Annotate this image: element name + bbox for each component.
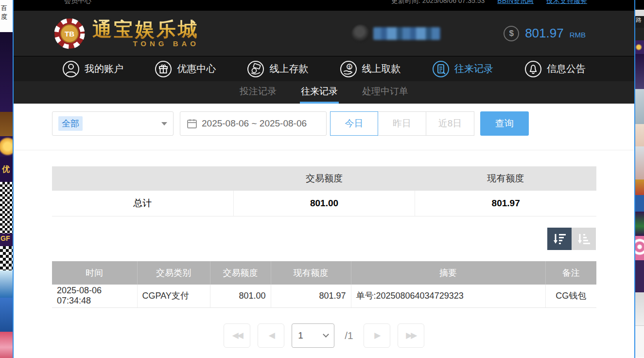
- cell-time: 2025-08-06 07:34:48: [52, 285, 137, 307]
- today-button[interactable]: 今日: [330, 111, 378, 136]
- background-character-graphic: [0, 298, 13, 332]
- member-center-window: 会员中心 更新时间: 2025/08/06 07:35:53 BBIN资讯网 技…: [13, 0, 635, 358]
- page-select-value: 1: [298, 330, 303, 341]
- cell-transaction-type: CGPAY支付: [137, 285, 210, 307]
- summary-table: 交易额度 现有额度 总计 801.00 801.97: [52, 166, 596, 216]
- header-transaction-type: 交易类别: [137, 261, 210, 285]
- records-header-row: 时间 交易类别 交易额度 现有额度 摘要 备注: [52, 261, 596, 285]
- sort-descending-button[interactable]: [547, 228, 572, 250]
- screen: 百度 优 GF 路 会员中心: [0, 0, 644, 358]
- chevron-down-icon: [323, 331, 329, 338]
- nav-label: 我的账户: [85, 62, 123, 75]
- sub-tabs: 投注记录 往来记录 处理中订单: [14, 81, 634, 104]
- lollipop-graphic: [635, 236, 644, 260]
- main-nav: 我的账户 优惠中心 线上存款: [14, 56, 634, 81]
- tech-support-link[interactable]: 技术支持服务: [546, 0, 587, 5]
- background-banner: [0, 332, 13, 358]
- chevron-down-icon: [161, 122, 167, 125]
- background-banner: [0, 112, 13, 136]
- summary-header-row: 交易额度 现有额度: [52, 166, 596, 191]
- header-time: 时间: [52, 261, 137, 285]
- cell-current-balance: 801.97: [271, 285, 351, 307]
- background-promo-label: 优: [0, 157, 13, 182]
- sort-ascending-icon: [577, 233, 590, 244]
- next-page-button[interactable]: ▶: [364, 323, 390, 348]
- nav-item-announcements[interactable]: 信息公告: [524, 60, 586, 78]
- tab-betting-records[interactable]: 投注记录: [239, 81, 278, 104]
- table-row: 2025-08-06 07:34:48 CGPAY支付 801.00 801.9…: [52, 285, 596, 307]
- quick-date-group: 今日 昨日 近8日: [330, 111, 474, 136]
- nav-label: 线上存款: [269, 62, 308, 75]
- deposit-icon: [247, 60, 264, 78]
- last-8-days-button[interactable]: 近8日: [426, 111, 474, 136]
- logo-title: 通宝娱乐城: [92, 19, 199, 39]
- background-right-label: 路: [635, 16, 644, 28]
- background-gold-label: GF: [0, 233, 13, 246]
- header-current-balance: 现有额度: [271, 261, 351, 285]
- tab-pending-orders[interactable]: 处理中订单: [361, 81, 409, 104]
- balance-display: $ 801.97 RMB: [504, 26, 586, 41]
- background-banner: [0, 32, 13, 112]
- last-page-button[interactable]: ▶▶: [398, 323, 424, 348]
- bbin-news-link[interactable]: BBIN资讯网: [497, 0, 534, 5]
- background-character-graphic: [635, 89, 644, 124]
- page-select[interactable]: 1: [292, 323, 334, 348]
- update-time-label: 更新时间: 2025/08/06 07:35:53: [391, 0, 485, 5]
- tab-transaction-records[interactable]: 往来记录: [300, 81, 339, 104]
- casino-chip-icon: TB: [53, 18, 86, 50]
- background-page-right-edge: 路: [635, 0, 644, 358]
- date-range-input[interactable]: 2025-08-06 ~ 2025-08-06: [180, 111, 327, 136]
- header-summary: 摘要: [351, 261, 545, 285]
- cell-summary: 单号:202508064034729323: [351, 285, 545, 307]
- pagination: ◀◀ ◀ 1 /1 ▶ ▶▶: [52, 323, 596, 358]
- gift-icon: [155, 60, 172, 78]
- nav-item-online-deposit[interactable]: 线上存款: [247, 60, 308, 78]
- user-icon: [62, 60, 80, 78]
- sort-ascending-button[interactable]: [572, 228, 596, 250]
- summary-current-balance: 801.97: [415, 191, 596, 216]
- summary-header-balance: 现有额度: [415, 166, 596, 191]
- nav-label: 优惠中心: [177, 62, 216, 75]
- header-remark: 备注: [545, 261, 596, 285]
- logo-subtitle: TONG BAO: [92, 40, 199, 47]
- balance-currency: RMB: [570, 31, 586, 39]
- nav-item-transaction-records[interactable]: 往来记录: [432, 60, 493, 78]
- summary-header-amount: 交易额度: [233, 166, 415, 191]
- user-zone: $ 801.97 RMB: [352, 25, 586, 42]
- dollar-icon: $: [504, 26, 519, 41]
- svg-text:TB: TB: [65, 30, 74, 38]
- nav-item-my-account[interactable]: 我的账户: [62, 60, 123, 78]
- sort-descending-icon: [553, 233, 566, 244]
- avatar: [352, 25, 369, 42]
- svg-text:$: $: [348, 64, 350, 69]
- background-banner: [0, 270, 13, 298]
- section-divider: [14, 150, 634, 150]
- calendar-icon: [187, 119, 197, 128]
- header-transaction-amount: 交易额度: [210, 261, 271, 285]
- qr-code-graphic: [0, 246, 13, 270]
- content-area: 全部 2025-08-06 ~ 2025-08-06 今日 昨日 近8日: [14, 104, 634, 358]
- query-button[interactable]: 查询: [480, 111, 529, 136]
- gold-coin-graphic: [0, 136, 13, 157]
- records-icon: [432, 60, 450, 78]
- nav-item-promotions[interactable]: 优惠中心: [155, 60, 216, 78]
- type-select[interactable]: 全部: [52, 111, 174, 136]
- nav-label: 信息公告: [547, 62, 586, 75]
- prev-page-button[interactable]: ◀: [258, 323, 284, 348]
- cell-transaction-amount: 801.00: [210, 285, 271, 307]
- summary-total-label: 总计: [52, 191, 234, 216]
- nav-label: 线上取款: [362, 62, 401, 75]
- qr-code-graphic: [0, 182, 13, 233]
- bell-icon: [524, 60, 542, 78]
- yesterday-button[interactable]: 昨日: [378, 111, 426, 136]
- summary-total-row: 总计 801.00 801.97: [52, 191, 596, 216]
- balance-amount: 801.97: [525, 26, 564, 41]
- site-logo[interactable]: TB 通宝娱乐城 TONG BAO: [53, 18, 199, 50]
- topbar: 会员中心 更新时间: 2025/08/06 07:35:53 BBIN资讯网 技…: [14, 0, 634, 11]
- member-center-label: 会员中心: [64, 0, 91, 5]
- summary-transaction-amount: 801.00: [234, 191, 416, 216]
- first-page-button[interactable]: ◀◀: [224, 323, 250, 348]
- nav-item-online-withdraw[interactable]: $ 线上取款: [340, 60, 401, 78]
- site-header: TB 通宝娱乐城 TONG BAO $ 801.97 RMB: [14, 11, 634, 56]
- summary-header-blank: [52, 166, 233, 191]
